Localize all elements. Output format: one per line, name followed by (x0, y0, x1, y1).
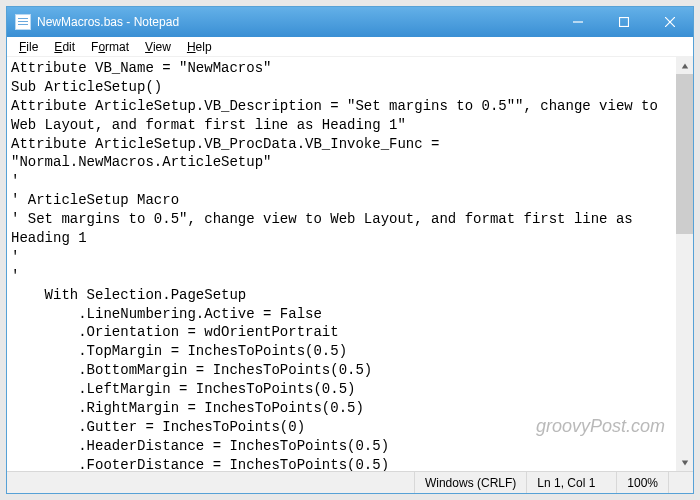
status-line-ending: Windows (CRLF) (415, 472, 527, 493)
window-controls (555, 7, 693, 37)
notepad-app-icon (15, 14, 31, 30)
menu-file[interactable]: File (11, 39, 46, 55)
notepad-window: NewMacros.bas - Notepad File Edit Format… (6, 6, 694, 494)
minimize-button[interactable] (555, 7, 601, 37)
menu-help[interactable]: Help (179, 39, 220, 55)
scroll-down-button[interactable] (676, 454, 693, 471)
maximize-button[interactable] (601, 7, 647, 37)
menu-format[interactable]: Format (83, 39, 137, 55)
svg-rect-1 (620, 18, 629, 27)
status-zoom: 100% (617, 472, 669, 493)
close-button[interactable] (647, 7, 693, 37)
status-spacer (7, 472, 415, 493)
menu-edit[interactable]: Edit (46, 39, 83, 55)
content-area: Attribute VB_Name = "NewMacros" Sub Arti… (7, 57, 693, 471)
menu-view[interactable]: View (137, 39, 179, 55)
status-cursor-position: Ln 1, Col 1 (527, 472, 617, 493)
svg-marker-4 (681, 63, 687, 68)
vertical-scrollbar[interactable] (676, 57, 693, 471)
scroll-track[interactable] (676, 74, 693, 454)
titlebar[interactable]: NewMacros.bas - Notepad (7, 7, 693, 37)
svg-marker-5 (681, 460, 687, 465)
menubar: File Edit Format View Help (7, 37, 693, 57)
statusbar: Windows (CRLF) Ln 1, Col 1 100% (7, 471, 693, 493)
scroll-up-button[interactable] (676, 57, 693, 74)
window-title: NewMacros.bas - Notepad (37, 15, 555, 29)
text-editor[interactable]: Attribute VB_Name = "NewMacros" Sub Arti… (7, 57, 676, 471)
scroll-thumb[interactable] (676, 74, 693, 234)
status-grip (669, 472, 693, 493)
